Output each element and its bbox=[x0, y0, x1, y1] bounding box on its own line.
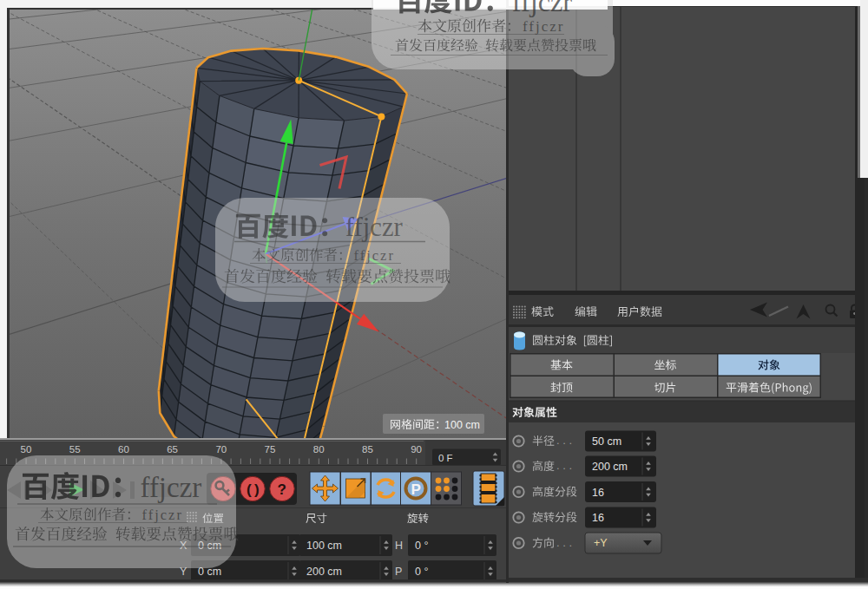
svg-text:100 cm: 100 cm bbox=[444, 419, 480, 431]
svg-text:. . .: . . . bbox=[556, 459, 572, 472]
svg-text:ffjczr: ffjczr bbox=[345, 213, 403, 242]
svg-text:. . .: . . . bbox=[556, 434, 572, 447]
svg-text:ffjczr: ffjczr bbox=[523, 18, 565, 35]
svg-text:ffjczr: ffjczr bbox=[512, 0, 573, 17]
svg-text:ffjczr: ffjczr bbox=[140, 472, 201, 503]
svg-text:. . .: . . . bbox=[556, 536, 572, 549]
svg-text:ffjczr: ffjczr bbox=[354, 247, 395, 264]
svg-text:ffjczr: ffjczr bbox=[142, 507, 183, 523]
